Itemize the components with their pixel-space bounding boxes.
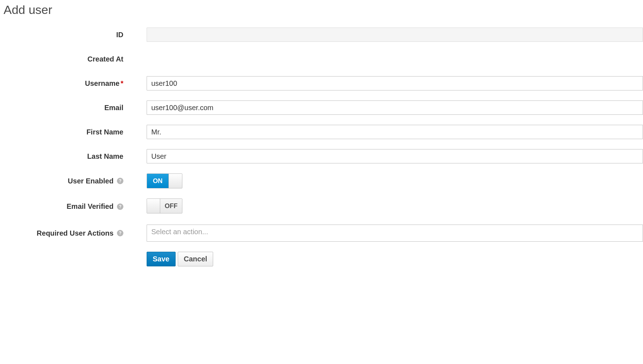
save-button[interactable]: Save [147, 252, 176, 266]
first-name-label: First Name [0, 128, 134, 136]
username-field[interactable] [147, 76, 643, 90]
last-name-label: Last Name [0, 152, 134, 161]
help-icon[interactable]: ? [117, 203, 123, 210]
email-field[interactable] [147, 100, 643, 115]
email-label: Email [0, 104, 134, 112]
required-user-actions-label: Required User Actions ? [0, 229, 134, 237]
created-at-label: Created At [0, 55, 134, 63]
add-user-form: ID Created At Username* Email First Name [0, 28, 643, 266]
required-user-actions-select[interactable]: Select an action... [147, 225, 643, 242]
id-label: ID [0, 31, 134, 39]
page-title: Add user [4, 3, 643, 17]
first-name-field[interactable] [147, 125, 643, 139]
user-enabled-label: User Enabled ? [0, 177, 134, 185]
email-verified-toggle[interactable]: OFF [147, 198, 182, 213]
toggle-off-label: OFF [160, 199, 182, 213]
required-asterisk-icon: * [121, 79, 123, 87]
toggle-handle [147, 199, 160, 213]
user-enabled-toggle[interactable]: ON [147, 173, 182, 188]
toggle-on-label: ON [147, 174, 169, 188]
help-icon[interactable]: ? [117, 230, 123, 236]
id-field [147, 28, 643, 42]
username-label: Username* [0, 79, 134, 88]
last-name-field[interactable] [147, 149, 643, 163]
help-icon[interactable]: ? [117, 178, 123, 184]
email-verified-label: Email Verified ? [0, 202, 134, 211]
cancel-button[interactable]: Cancel [178, 252, 213, 266]
created-at-value [147, 52, 643, 66]
toggle-handle [169, 174, 182, 188]
